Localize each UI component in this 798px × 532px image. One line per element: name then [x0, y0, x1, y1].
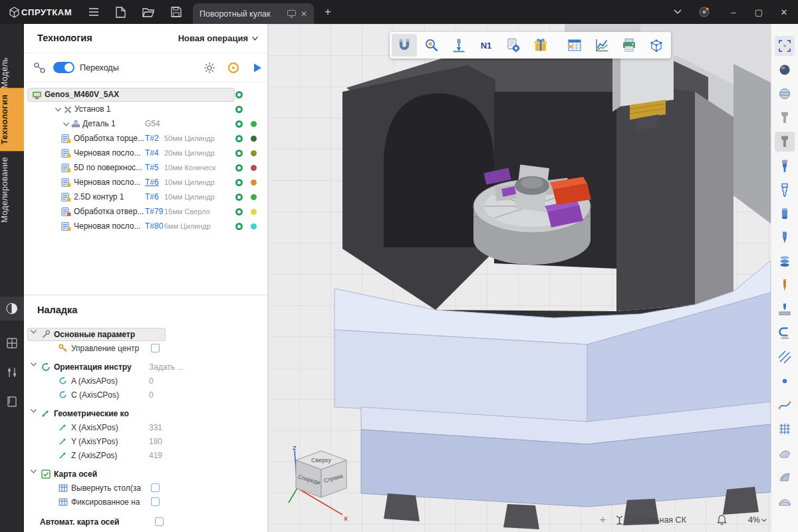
- tool-measure-button[interactable]: [446, 34, 471, 57]
- drill-bit-icon[interactable]: [775, 275, 795, 295]
- add-cs-button[interactable]: +: [599, 513, 606, 527]
- document-tab[interactable]: Поворотный кулак ✕: [193, 3, 314, 24]
- graph-view-button[interactable]: [589, 34, 614, 57]
- tree-expander-icon[interactable]: [61, 119, 71, 129]
- tool-outline-icon[interactable]: [775, 180, 795, 200]
- operation-status-ring[interactable]: [235, 150, 243, 157]
- save-button[interactable]: [166, 0, 186, 24]
- operation-status-ring[interactable]: [235, 135, 243, 142]
- grid-icon[interactable]: [0, 331, 24, 355]
- sphere-layers-icon[interactable]: [775, 84, 795, 104]
- group-expander-icon[interactable]: [31, 409, 39, 418]
- parameter-value[interactable]: 180: [149, 437, 162, 446]
- tree-node-label[interactable]: 2.5D контур 1: [74, 192, 124, 201]
- notifications-bell-icon[interactable]: [717, 515, 727, 525]
- settings-gear-icon[interactable]: [202, 61, 217, 75]
- open-file-button[interactable]: [138, 0, 158, 24]
- tool-blue-icon[interactable]: [775, 156, 795, 176]
- print-button[interactable]: [616, 34, 642, 57]
- parameter-row[interactable]: Геометрические ко: [24, 407, 267, 421]
- setup-sphere-icon[interactable]: [0, 297, 24, 321]
- run-simulation-button[interactable]: [250, 61, 265, 75]
- parameter-row[interactable]: Фиксированное на: [24, 495, 267, 509]
- viewcube-top-label[interactable]: Сверху: [311, 457, 332, 464]
- operation-status-ring[interactable]: [235, 120, 243, 128]
- tool-number[interactable]: Т#6: [145, 178, 159, 187]
- viewport-3d[interactable]: N1 Сверху Спереди Справа Z X + Глобальна…: [268, 24, 771, 532]
- tool-number[interactable]: Т#2: [145, 134, 159, 143]
- main-menu-button[interactable]: [84, 0, 104, 24]
- titlebar-chevron-down-icon[interactable]: [668, 0, 688, 24]
- holder-gray-icon[interactable]: [775, 108, 795, 128]
- select-frame-icon[interactable]: [775, 36, 795, 56]
- tab-close-icon[interactable]: ✕: [301, 9, 307, 19]
- tree-row[interactable]: 2.5D контур 1Т#610мм Цилиндр: [24, 190, 267, 205]
- new-operation-button[interactable]: Новая операция: [178, 33, 258, 43]
- parameter-checkbox[interactable]: [151, 497, 160, 506]
- tree-node-label[interactable]: Обработка отвер...: [74, 207, 144, 216]
- tree-row[interactable]: Обработка отвер...Т#7915мм Сверло: [24, 205, 267, 219]
- hatch-section-icon[interactable]: [775, 347, 795, 367]
- slider-icon[interactable]: [0, 360, 24, 384]
- parameter-value[interactable]: 0: [149, 376, 154, 386]
- parameter-row[interactable]: Автомат. карта осей: [24, 515, 267, 529]
- tool-plate-icon[interactable]: [775, 299, 795, 319]
- group-expander-icon[interactable]: [31, 362, 39, 371]
- tool-number[interactable]: Т#4: [145, 148, 159, 158]
- coordinate-system-selector[interactable]: Глобальная СК: [615, 515, 686, 525]
- parameter-value[interactable]: 419: [149, 451, 162, 460]
- group-expander-icon[interactable]: [31, 330, 39, 338]
- parameter-row[interactable]: X (AxisXPos)331: [24, 421, 267, 435]
- tree-row[interactable]: Черновая посло...Т#420мм Цилиндр: [24, 146, 267, 161]
- operation-status-ring[interactable]: [235, 194, 243, 201]
- settings-knob-icon[interactable]: [694, 0, 714, 24]
- mesh-grid-icon[interactable]: [775, 419, 795, 439]
- tree-node-label[interactable]: Черновая посло...: [74, 178, 140, 187]
- nc-code-button[interactable]: N1: [473, 34, 499, 57]
- operation-status-ring[interactable]: [235, 164, 243, 172]
- maximize-button[interactable]: ▢: [749, 0, 769, 24]
- tool-number[interactable]: G54: [145, 119, 160, 128]
- parameter-row[interactable]: Карта осей: [24, 467, 267, 481]
- stacked-discs-icon[interactable]: [775, 251, 795, 271]
- spline-icon[interactable]: [775, 395, 795, 415]
- tool-number[interactable]: Т#79: [145, 207, 163, 216]
- rail-tab-modeling[interactable]: Моделирование: [0, 150, 24, 229]
- tree-node-label[interactable]: Установ 1: [74, 104, 111, 114]
- surface-patch2-icon[interactable]: [775, 467, 795, 487]
- new-tab-button[interactable]: +: [318, 0, 338, 24]
- rail-tab-technology[interactable]: Технология: [0, 88, 24, 151]
- parameter-row[interactable]: C (AxisCPos)0: [24, 388, 267, 402]
- surface-patch-icon[interactable]: [775, 443, 795, 463]
- holder-dark-icon[interactable]: [775, 132, 795, 152]
- warning-circle-icon[interactable]: [226, 61, 241, 75]
- operation-status-ring[interactable]: [235, 106, 243, 113]
- tool-tapered-icon[interactable]: [775, 227, 795, 247]
- parameter-row[interactable]: Управление центр: [24, 342, 267, 356]
- parameter-checkbox[interactable]: [151, 344, 160, 352]
- tree-row[interactable]: Установ 1: [24, 102, 267, 117]
- surface-patch3-icon[interactable]: [775, 491, 795, 511]
- operation-status-ring[interactable]: [235, 179, 243, 186]
- parameter-row[interactable]: Основные параметр: [24, 328, 267, 342]
- book-icon[interactable]: [0, 390, 24, 414]
- tree-node-label[interactable]: Черновая посло...: [74, 221, 140, 231]
- minimize-button[interactable]: –: [724, 0, 743, 24]
- tree-row[interactable]: Genos_M460V_5AX: [24, 88, 267, 102]
- tree-row[interactable]: Деталь 1G54: [24, 117, 267, 132]
- tree-node-label[interactable]: Черновая посло...: [74, 148, 140, 158]
- tree-expander-icon[interactable]: [53, 104, 63, 114]
- operation-status-ring[interactable]: [235, 91, 243, 98]
- snap-magnet-button[interactable]: [392, 34, 417, 57]
- tree-row[interactable]: Черновая посло...Т#610мм Цилиндр: [24, 176, 267, 190]
- parameter-row[interactable]: Y (AxisYPos)180: [24, 435, 267, 449]
- tree-row[interactable]: Обработка торце...Т#250мм Цилиндр: [24, 132, 267, 146]
- parameter-value[interactable]: 331: [149, 423, 162, 432]
- parameter-row[interactable]: A (AxisAPos)0: [24, 374, 267, 388]
- table-view-button[interactable]: [562, 34, 587, 57]
- view-cube[interactable]: Сверху Спереди Справа Z X: [287, 444, 356, 521]
- tool-number[interactable]: Т#6: [145, 192, 159, 201]
- clamp-bracket-icon[interactable]: [775, 323, 795, 343]
- tree-node-label[interactable]: 5D по поверхнос...: [74, 163, 142, 172]
- tool-search-button[interactable]: [419, 34, 444, 57]
